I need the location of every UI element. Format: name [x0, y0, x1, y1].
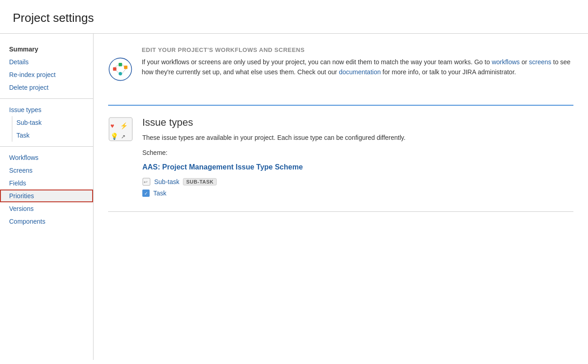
banner-link-workflows[interactable]: workflows	[492, 58, 520, 66]
issue-types-description: These issue types are available in your …	[142, 133, 406, 143]
issue-type-item-task: ✓ Task	[142, 190, 406, 197]
banner-description: If your workflows or screens are only us…	[142, 57, 573, 77]
workflow-banner: EDIT YOUR PROJECT'S WORKFLOWS AND SCREEN…	[108, 46, 573, 92]
sidebar-item-issue-types[interactable]: Issue types	[0, 103, 93, 116]
banner-heading: EDIT YOUR PROJECT'S WORKFLOWS AND SCREEN…	[142, 46, 573, 53]
issue-types-body: Issue types These issue types are availa…	[142, 117, 406, 200]
sidebar-item-reindex[interactable]: Re-index project	[0, 68, 93, 81]
banner-link-documentation[interactable]: documentation	[339, 68, 381, 76]
sidebar-divider-1	[0, 98, 93, 99]
svg-point-0	[109, 58, 131, 80]
workflow-icon	[108, 46, 133, 92]
issue-type-item-subtask: ↩ Sub-task SUB-TASK	[142, 178, 406, 186]
sidebar-section-bottom: Workflows Screens Fields Priorities Vers…	[0, 151, 93, 228]
svg-rect-2	[119, 63, 122, 67]
page-title: Project settings	[13, 11, 575, 25]
sidebar-heading-summary: Summary	[0, 43, 93, 56]
bottom-divider	[108, 211, 573, 212]
sidebar-item-task[interactable]: Task	[0, 129, 93, 142]
banner-text-container: EDIT YOUR PROJECT'S WORKFLOWS AND SCREEN…	[142, 46, 573, 77]
banner-link-screens[interactable]: screens	[529, 58, 552, 66]
svg-text:⚡: ⚡	[120, 122, 128, 130]
task-link[interactable]: Task	[153, 190, 167, 197]
subtask-link[interactable]: Sub-task	[154, 178, 179, 185]
sidebar-item-delete[interactable]: Delete project	[0, 81, 93, 94]
sidebar-section-issue-types: Issue types Sub-task Task	[0, 103, 93, 142]
issue-types-section: ♥ ⚡ 💡 ↗ Issue types These issue types ar…	[108, 117, 573, 200]
sidebar: Summary Details Re-index project Delete …	[0, 34, 94, 360]
sidebar-item-details[interactable]: Details	[0, 56, 93, 68]
sidebar-section-top: Summary Details Re-index project Delete …	[0, 43, 93, 94]
sidebar-item-versions[interactable]: Versions	[0, 202, 93, 215]
issue-types-heading: Issue types	[142, 117, 406, 128]
sidebar-item-fields[interactable]: Fields	[0, 177, 93, 190]
main-layout: Summary Details Re-index project Delete …	[0, 34, 588, 360]
svg-point-4	[119, 72, 122, 76]
subtask-icon: ↩	[142, 178, 151, 186]
scheme-label: Scheme:	[142, 148, 406, 158]
sidebar-item-workflows[interactable]: Workflows	[0, 151, 93, 164]
sidebar-item-sub-task[interactable]: Sub-task	[0, 116, 93, 129]
issue-types-icon: ♥ ⚡ 💡 ↗	[108, 117, 133, 142]
page-header: Project settings	[0, 0, 588, 34]
subtask-badge: SUB-TASK	[183, 178, 217, 185]
svg-text:↗: ↗	[121, 133, 125, 140]
sidebar-item-components[interactable]: Components	[0, 215, 93, 228]
svg-text:♥: ♥	[110, 122, 114, 129]
svg-rect-3	[124, 66, 128, 69]
svg-text:↩: ↩	[144, 179, 147, 185]
svg-rect-1	[113, 67, 117, 71]
sidebar-item-priorities[interactable]: Priorities	[0, 190, 93, 202]
sidebar-divider-2	[0, 146, 93, 147]
main-content: EDIT YOUR PROJECT'S WORKFLOWS AND SCREEN…	[94, 34, 588, 360]
sidebar-item-screens[interactable]: Screens	[0, 164, 93, 177]
task-checkbox[interactable]: ✓	[142, 190, 150, 197]
svg-text:💡: 💡	[110, 133, 119, 140]
section-divider	[108, 105, 573, 106]
scheme-name-link[interactable]: AAS: Project Management Issue Type Schem…	[142, 163, 406, 171]
